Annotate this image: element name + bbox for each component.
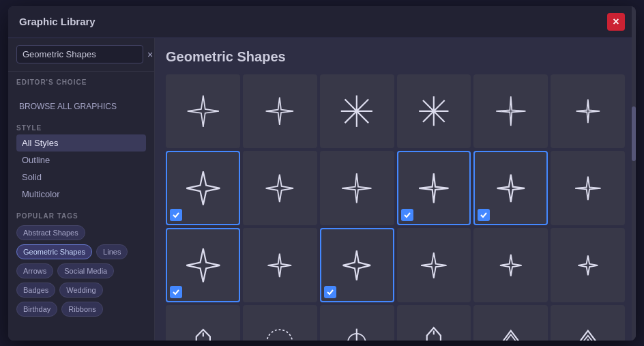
search-clear-button[interactable]: × <box>147 49 153 60</box>
tag-arrows[interactable]: Arrows <box>16 263 53 278</box>
grid-cell[interactable] <box>473 228 548 302</box>
tag-wedding[interactable]: Wedding <box>59 283 102 298</box>
grid-cell[interactable] <box>320 228 394 302</box>
editors-choice-section: EDITOR'S CHOICE <box>8 72 154 91</box>
sidebar: × EDITOR'S CHOICE BROWSE ALL GRAPHICS ST… <box>8 38 155 341</box>
grid-cell[interactable] <box>551 305 625 340</box>
modal-title: Graphic Library <box>19 16 96 27</box>
modal-header: Graphic Library × <box>8 6 636 38</box>
close-button[interactable]: × <box>607 13 625 31</box>
main-section-title: Geometric Shapes <box>166 49 625 65</box>
style-outline[interactable]: Outline <box>16 152 146 169</box>
style-label: STYLE <box>16 124 146 132</box>
tag-badges[interactable]: Badges <box>16 283 55 298</box>
style-section: STYLE All Styles Outline Solid Multicolo… <box>8 117 154 205</box>
style-all[interactable]: All Styles <box>16 134 146 152</box>
grid-cell[interactable] <box>551 74 625 149</box>
tag-birthday[interactable]: Birthday <box>16 302 57 317</box>
grid-cell[interactable] <box>320 305 394 340</box>
style-multicolor[interactable]: Multicolor <box>16 186 146 203</box>
scrollbar-track[interactable] <box>632 38 636 341</box>
graphics-grid <box>166 74 625 341</box>
grid-cell[interactable] <box>473 305 548 340</box>
modal-body: × EDITOR'S CHOICE BROWSE ALL GRAPHICS ST… <box>8 38 636 341</box>
tag-ribbons[interactable]: Ribbons <box>61 302 102 317</box>
svg-point-15 <box>267 330 293 341</box>
tags-label: POPULAR TAGS <box>16 212 146 220</box>
grid-cell[interactable] <box>166 74 240 149</box>
grid-cell[interactable] <box>243 305 317 340</box>
grid-cell[interactable] <box>551 151 625 225</box>
grid-cell[interactable] <box>243 228 317 302</box>
grid-cell[interactable] <box>320 74 394 149</box>
main-content: Geometric Shapes <box>155 38 636 341</box>
grid-cell[interactable] <box>473 151 548 225</box>
grid-cell[interactable] <box>397 74 471 149</box>
selected-check-badge <box>324 286 336 298</box>
grid-cell[interactable] <box>243 74 317 149</box>
scrollbar-thumb[interactable] <box>632 106 636 161</box>
grid-cell[interactable] <box>551 228 625 302</box>
browse-graphics-link[interactable]: BROWSE ALL GRAPHICS <box>16 98 146 115</box>
grid-cell[interactable] <box>473 74 548 149</box>
grid-cell[interactable] <box>166 151 240 225</box>
svg-marker-28 <box>586 339 590 340</box>
tag-abstract-shapes[interactable]: Abstract Shapes <box>16 225 85 240</box>
grid-cell[interactable] <box>166 305 240 340</box>
grid-cell[interactable] <box>320 151 394 225</box>
search-input[interactable] <box>16 45 143 63</box>
search-bar: × <box>8 38 154 72</box>
grid-cell[interactable] <box>397 151 471 225</box>
selected-check-badge <box>401 209 413 221</box>
tags-section: POPULAR TAGS Abstract Shapes Geometric S… <box>8 205 154 319</box>
tag-lines[interactable]: Lines <box>96 244 128 259</box>
selected-check-badge <box>478 209 490 221</box>
tag-social-media[interactable]: Social Media <box>57 263 114 278</box>
tags-grid: Abstract Shapes Geometric Shapes Lines A… <box>16 225 146 317</box>
selected-check-badge <box>170 209 182 221</box>
style-solid[interactable]: Solid <box>16 169 146 186</box>
browse-graphics-section: BROWSE ALL GRAPHICS <box>8 91 154 117</box>
grid-cell[interactable] <box>166 228 240 302</box>
tag-geometric-shapes[interactable]: Geometric Shapes <box>16 244 92 259</box>
selected-check-badge <box>170 286 182 298</box>
editors-choice-label: EDITOR'S CHOICE <box>16 78 146 86</box>
graphic-library-modal: Graphic Library × × EDITOR'S CHOICE <box>8 6 636 341</box>
grid-cell[interactable] <box>243 151 317 225</box>
grid-cell[interactable] <box>397 228 471 302</box>
grid-cell[interactable] <box>397 305 471 340</box>
